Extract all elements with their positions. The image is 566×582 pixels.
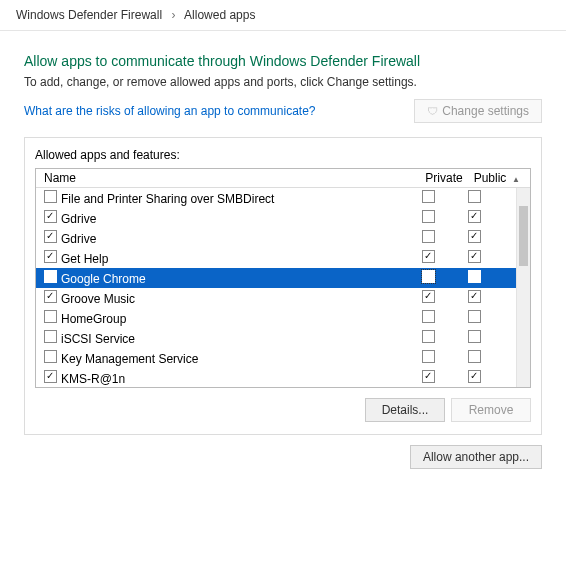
- content-area: Allow apps to communicate through Window…: [0, 31, 566, 473]
- column-public[interactable]: Public: [468, 171, 512, 185]
- enable-checkbox[interactable]: [44, 270, 57, 283]
- app-name-label: HomeGroup: [61, 312, 126, 326]
- private-checkbox[interactable]: [422, 250, 435, 263]
- list-row[interactable]: Gdrive: [36, 208, 516, 228]
- breadcrumb-page: Allowed apps: [184, 8, 255, 22]
- enable-checkbox[interactable]: [44, 210, 57, 223]
- remove-button[interactable]: Remove: [451, 398, 531, 422]
- list-row[interactable]: Key Management Service: [36, 348, 516, 368]
- public-checkbox[interactable]: [468, 370, 481, 383]
- list-row[interactable]: Get Help: [36, 248, 516, 268]
- private-checkbox[interactable]: [422, 370, 435, 383]
- public-checkbox[interactable]: [468, 250, 481, 263]
- page-subtitle: To add, change, or remove allowed apps a…: [24, 75, 542, 89]
- enable-checkbox[interactable]: [44, 190, 57, 203]
- list-row[interactable]: Groove Music: [36, 288, 516, 308]
- private-checkbox[interactable]: [422, 210, 435, 223]
- public-checkbox[interactable]: [468, 350, 481, 363]
- column-name[interactable]: Name: [40, 171, 420, 185]
- panel-title: Allowed apps and features:: [35, 148, 531, 162]
- app-name-label: File and Printer Sharing over SMBDirect: [61, 192, 274, 206]
- allow-another-app-button[interactable]: Allow another app...: [410, 445, 542, 469]
- public-checkbox[interactable]: [468, 290, 481, 303]
- list-row[interactable]: Google Chrome: [36, 268, 516, 288]
- enable-checkbox[interactable]: [44, 370, 57, 383]
- allowed-apps-panel: Allowed apps and features: Name Private …: [24, 137, 542, 435]
- enable-checkbox[interactable]: [44, 230, 57, 243]
- breadcrumb: Windows Defender Firewall › Allowed apps: [0, 0, 566, 31]
- risks-link[interactable]: What are the risks of allowing an app to…: [24, 104, 315, 118]
- enable-checkbox[interactable]: [44, 310, 57, 323]
- app-name-label: Groove Music: [61, 292, 135, 306]
- caret-up-icon[interactable]: ▲: [512, 175, 520, 184]
- app-name-label: KMS-R@1n: [61, 372, 125, 386]
- public-checkbox[interactable]: [468, 190, 481, 203]
- scrollbar-thumb[interactable]: [519, 206, 528, 266]
- public-checkbox[interactable]: [468, 230, 481, 243]
- enable-checkbox[interactable]: [44, 250, 57, 263]
- public-checkbox[interactable]: [468, 310, 481, 323]
- private-checkbox[interactable]: [422, 270, 435, 283]
- enable-checkbox[interactable]: [44, 330, 57, 343]
- details-button[interactable]: Details...: [365, 398, 445, 422]
- app-name-label: iSCSI Service: [61, 332, 135, 346]
- change-settings-button[interactable]: Change settings: [414, 99, 542, 123]
- app-name-label: Google Chrome: [61, 272, 146, 286]
- page-title: Allow apps to communicate through Window…: [24, 53, 542, 69]
- private-checkbox[interactable]: [422, 230, 435, 243]
- public-checkbox[interactable]: [468, 210, 481, 223]
- public-checkbox[interactable]: [468, 270, 481, 283]
- breadcrumb-root[interactable]: Windows Defender Firewall: [16, 8, 162, 22]
- public-checkbox[interactable]: [468, 330, 481, 343]
- scrollbar[interactable]: [516, 188, 530, 387]
- list-row[interactable]: HomeGroup: [36, 308, 516, 328]
- private-checkbox[interactable]: [422, 290, 435, 303]
- list-row[interactable]: File and Printer Sharing over SMBDirect: [36, 188, 516, 208]
- chevron-right-icon: ›: [171, 8, 175, 22]
- list-row[interactable]: KMS-R@1n: [36, 368, 516, 387]
- list-row[interactable]: iSCSI Service: [36, 328, 516, 348]
- app-name-label: Gdrive: [61, 212, 96, 226]
- app-name-label: Key Management Service: [61, 352, 198, 366]
- list-header: Name Private Public ▲: [36, 169, 530, 188]
- private-checkbox[interactable]: [422, 190, 435, 203]
- list-row[interactable]: Gdrive: [36, 228, 516, 248]
- private-checkbox[interactable]: [422, 330, 435, 343]
- enable-checkbox[interactable]: [44, 350, 57, 363]
- list-body: File and Printer Sharing over SMBDirectG…: [36, 188, 530, 387]
- column-private[interactable]: Private: [420, 171, 468, 185]
- private-checkbox[interactable]: [422, 310, 435, 323]
- app-name-label: Gdrive: [61, 232, 96, 246]
- private-checkbox[interactable]: [422, 350, 435, 363]
- allowed-apps-list: Name Private Public ▲ File and Printer S…: [35, 168, 531, 388]
- enable-checkbox[interactable]: [44, 290, 57, 303]
- app-name-label: Get Help: [61, 252, 108, 266]
